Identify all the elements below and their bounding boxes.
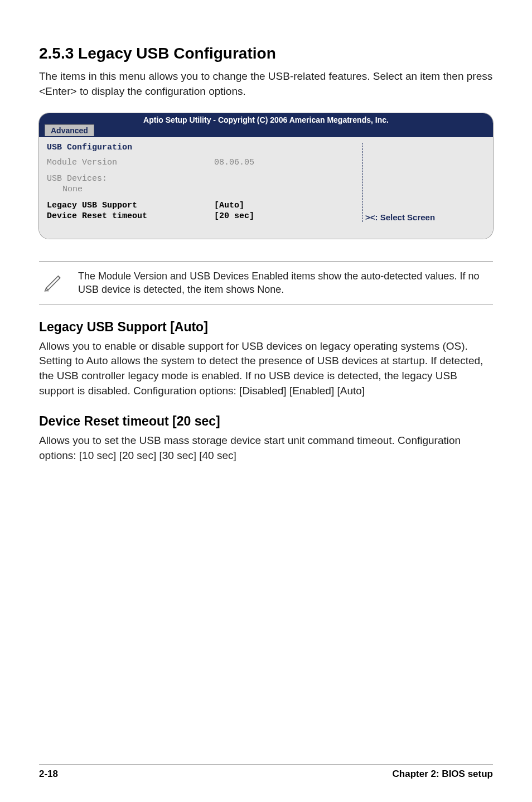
bios-legacy-usb-label[interactable]: Legacy USB Support <box>47 201 214 210</box>
bios-section-title: USB Configuration <box>47 143 357 152</box>
device-reset-heading: Device Reset timeout [20 sec] <box>39 414 493 429</box>
note-callout: The Module Version and USB Devices Enabl… <box>39 261 493 305</box>
bios-copyright: Aptio Setup Utility - Copyright (C) 2006… <box>143 115 389 124</box>
bios-screenshot: Aptio Setup Utility - Copyright (C) 2006… <box>39 113 493 239</box>
bios-device-reset-label[interactable]: Device Reset timeout <box>47 211 214 221</box>
legacy-usb-body: Allows you to enable or disable support … <box>39 339 493 398</box>
legacy-usb-heading: Legacy USB Support [Auto] <box>39 320 493 335</box>
bios-module-version-value: 08.06.05 <box>214 158 254 167</box>
bios-legacy-usb-value[interactable]: [Auto] <box>214 201 244 210</box>
section-heading: 2.5.3 Legacy USB Configuration <box>39 45 493 62</box>
device-reset-body: Allows you to set the USB mass storage d… <box>39 433 493 463</box>
bios-usb-devices-value: None <box>47 185 214 194</box>
bios-tab-advanced[interactable]: Advanced <box>45 124 94 136</box>
bios-tab-row: Advanced <box>39 124 493 137</box>
pencil-note-icon <box>39 269 72 295</box>
page-footer: 2-18 Chapter 2: BIOS setup <box>39 765 493 780</box>
bios-device-reset-value[interactable]: [20 sec] <box>214 211 254 221</box>
bios-usb-devices-label: USB Devices: <box>47 174 214 183</box>
bios-module-version-label: Module Version <box>47 158 214 167</box>
bios-nav-hint: ><: Select Screen <box>365 212 435 222</box>
bios-body: USB Configuration Module Version 08.06.0… <box>39 137 493 239</box>
intro-paragraph: The items in this menu allows you to cha… <box>39 69 493 99</box>
page-number: 2-18 <box>39 769 58 780</box>
bios-header-bar: Aptio Setup Utility - Copyright (C) 2006… <box>39 113 493 124</box>
chapter-label: Chapter 2: BIOS setup <box>393 769 493 780</box>
note-text: The Module Version and USB Devices Enabl… <box>72 269 493 297</box>
